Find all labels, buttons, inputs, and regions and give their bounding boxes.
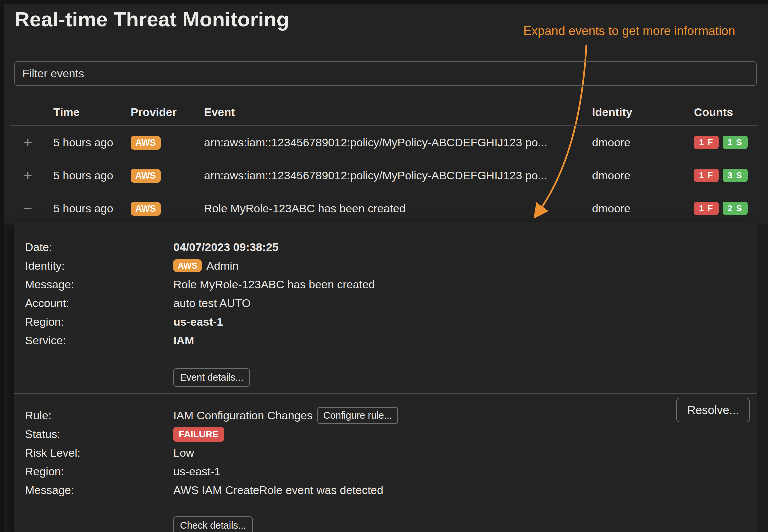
identity-value: Admin [206, 259, 238, 272]
aws-provider-badge: AWS [131, 202, 161, 216]
collapse-row-icon[interactable]: − [10, 201, 53, 216]
detail-row-account: Account: auto test AUTO [14, 294, 757, 312]
column-header-event: Event [204, 106, 588, 119]
annotation-text: Expand events to get more information [523, 24, 735, 38]
account-value: auto test AUTO [173, 297, 251, 310]
rule-message-label: Message: [25, 484, 173, 497]
counts-cell: 1 F 1 S [694, 136, 758, 149]
status-value-group: FAILURE [173, 427, 224, 442]
table-row-expanded: − 5 hours ago AWS Role MyRole-123ABC has… [10, 192, 758, 225]
aws-provider-badge: AWS [131, 136, 161, 150]
event-text: arn:aws:iam::123456789012:policy/MyPolic… [204, 136, 588, 149]
column-header-counts: Counts [694, 106, 758, 119]
message-value: Role MyRole-123ABC has been created [173, 278, 375, 291]
expand-row-icon[interactable]: + [10, 135, 53, 150]
event-time: 5 hours ago [53, 169, 131, 182]
failure-count-badge: 1 F [694, 169, 719, 182]
identity-value-group: AWS Admin [173, 259, 239, 272]
column-header-provider: Provider [131, 106, 204, 119]
rule-value: IAM Configuration Changes [173, 409, 313, 422]
success-count-badge: 2 S [723, 202, 748, 215]
date-label: Date: [25, 241, 173, 254]
counts-cell: 1 F 2 S [694, 202, 758, 215]
risk-level-value: Low [173, 446, 194, 459]
event-details-button[interactable]: Event details... [173, 368, 250, 387]
status-label: Status: [25, 428, 173, 441]
region-label: Region: [25, 315, 173, 328]
detail-row-rule: Rule: IAM Configuration Changes Configur… [14, 406, 757, 425]
filter-events-input[interactable] [14, 61, 757, 86]
risk-level-label: Risk Level: [25, 446, 173, 459]
expand-row-icon[interactable]: + [10, 168, 53, 183]
provider-cell: AWS [131, 135, 204, 150]
success-count-badge: 3 S [723, 169, 748, 182]
aws-provider-badge: AWS [131, 169, 161, 183]
event-text: Role MyRole-123ABC has been created [204, 202, 588, 215]
detail-row-rule-region: Region: us-east-1 [14, 462, 757, 481]
event-time: 5 hours ago [53, 136, 131, 149]
detail-row-identity: Identity: AWS Admin [14, 256, 757, 275]
rule-value-group: IAM Configuration Changes Configure rule… [173, 407, 398, 424]
aws-identity-badge: AWS [173, 259, 202, 272]
account-label: Account: [25, 297, 173, 310]
check-details-button[interactable]: Check details... [173, 516, 253, 532]
service-value: IAM [173, 334, 194, 347]
column-header-time: Time [53, 106, 131, 119]
identity-cell: dmoore [588, 202, 694, 215]
provider-cell: AWS [131, 168, 204, 183]
provider-cell: AWS [131, 201, 204, 216]
identity-cell: dmoore [588, 136, 694, 149]
rule-label: Rule: [25, 409, 173, 422]
rule-detail-section: Resolve... Rule: IAM Configuration Chang… [14, 394, 757, 532]
configure-rule-button[interactable]: Configure rule... [317, 407, 398, 424]
event-detail-section: Date: 04/07/2023 09:38:25 Identity: AWS … [14, 222, 757, 387]
region-value: us-east-1 [173, 315, 223, 328]
title-divider [14, 47, 758, 47]
message-label: Message: [25, 278, 173, 291]
event-time: 5 hours ago [53, 202, 131, 215]
detail-row-rule-message: Message: AWS IAM CreateRole event was de… [14, 481, 757, 500]
identity-label: Identity: [25, 259, 173, 272]
rule-region-value: us-east-1 [173, 465, 221, 478]
resolve-button[interactable]: Resolve... [676, 398, 750, 422]
table-header-row: Time Provider Event Identity Counts [10, 99, 758, 126]
events-table: Time Provider Event Identity Counts + 5 … [10, 99, 758, 225]
threat-monitoring-page: Real-time Threat Monitoring Expand event… [0, 0, 768, 532]
detail-row-risk: Risk Level: Low [14, 444, 757, 462]
detail-row-service: Service: IAM [14, 331, 757, 350]
table-row: + 5 hours ago AWS arn:aws:iam::123456789… [10, 159, 758, 192]
failure-count-badge: 1 F [694, 202, 719, 215]
event-text: arn:aws:iam::123456789012:policy/MyPolic… [204, 169, 588, 182]
rule-message-value: AWS IAM CreateRole event was detected [173, 484, 383, 497]
detail-row-region: Region: us-east-1 [14, 312, 757, 331]
failure-status-badge: FAILURE [173, 427, 224, 442]
failure-count-badge: 1 F [694, 136, 719, 149]
service-label: Service: [25, 334, 173, 347]
date-value: 04/07/2023 09:38:25 [173, 241, 279, 254]
page-title: Real-time Threat Monitoring [15, 7, 289, 31]
identity-cell: dmoore [588, 169, 694, 182]
event-detail-panel: Date: 04/07/2023 09:38:25 Identity: AWS … [14, 222, 757, 532]
rule-region-label: Region: [25, 465, 173, 478]
detail-row-status: Status: FAILURE [14, 425, 757, 444]
detail-row-message: Message: Role MyRole-123ABC has been cre… [14, 275, 757, 294]
success-count-badge: 1 S [723, 136, 748, 149]
table-row: + 5 hours ago AWS arn:aws:iam::123456789… [10, 126, 758, 159]
detail-row-date: Date: 04/07/2023 09:38:25 [14, 238, 757, 256]
column-header-identity: Identity [588, 106, 694, 119]
counts-cell: 1 F 3 S [694, 169, 758, 182]
